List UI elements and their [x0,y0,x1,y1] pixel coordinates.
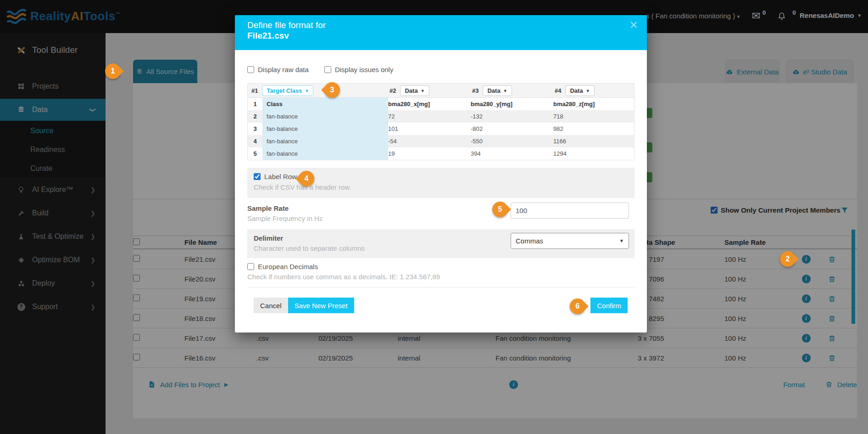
european-decimals-label: European Decimals [258,263,318,271]
display-raw-data-checkbox[interactable] [247,66,254,73]
annotation-badge-5: 5 [492,202,508,217]
annotation-badge-6: 6 [570,299,585,314]
label-row-checkbox[interactable] [254,173,261,180]
preview-row: 2 fan-balance 72 -132 718 [248,110,634,123]
delimiter-section: Delimiter Character used to separate col… [247,229,634,258]
european-decimals-checkbox[interactable] [247,263,254,270]
caret-down-icon: ▼ [503,89,507,93]
modal-title-line2: File21.csv [247,31,636,41]
close-icon[interactable]: × [629,17,638,33]
label-row-label: Label Row [264,173,297,180]
column-type-dropdown[interactable]: Data▼ [400,85,429,96]
annotation-badge-4: 4 [299,171,314,186]
column-2-group: #2 Data▼ [389,84,429,98]
annotation-badge-2: 2 [780,251,796,267]
display-options-row: Display raw data Display issues only [247,64,634,75]
cancel-button[interactable]: Cancel [254,298,288,313]
caret-down-icon: ▼ [586,89,590,93]
sample-rate-input[interactable] [511,203,629,219]
column-type-dropdown[interactable]: Data▼ [565,85,594,96]
european-decimals-section: European Decimals Check if numbers use c… [247,263,634,281]
save-new-preset-button[interactable]: Save New Preset [288,298,354,313]
preview-header-row: #1 Target Class▼ #2 Data▼ #3 Data▼ #4 Da… [248,84,634,98]
annotation-badge-1: 1 [105,63,121,79]
modal-title-line1: Define file format for [247,20,636,30]
confirm-button[interactable]: Confirm [590,298,628,313]
sample-rate-section: Sample Rate Sample Frequency in Hz [247,198,634,229]
preview-row: 4 fan-balance -54 -550 1166 [248,135,634,147]
preview-row: 3 fan-balance 101 -802 982 [248,123,634,135]
preview-row: 5 fan-balance 19 394 1294 [248,147,634,160]
caret-down-icon: ▼ [421,89,425,93]
csv-preview-table: #1 Target Class▼ #2 Data▼ #3 Data▼ #4 Da… [247,83,634,160]
preview-row: 1 Class bma280_x[mg] bma280_y[mg] bma280… [248,98,634,110]
european-decimals-hint: Check if numbers use commas as a decimal… [247,273,634,281]
delimiter-select[interactable]: Commas ▼ [511,233,629,249]
display-raw-data-label: Display raw data [258,66,309,73]
app-window: RealityAITools™ s ( Fan condition monito… [0,0,868,434]
caret-down-icon: ▼ [305,89,309,93]
column-1-group: #1 Target Class▼ [251,84,313,98]
column-4-group: #4 Data▼ [555,84,595,98]
define-file-format-modal: Define file format for File21.csv × Disp… [235,15,647,333]
footer-divider [247,287,634,287]
column-3-group: #3 Data▼ [472,84,512,98]
display-issues-only-label: Display issues only [335,66,394,73]
column-type-dropdown[interactable]: Data▼ [483,85,512,96]
caret-down-icon: ▼ [619,238,624,243]
modal-body: Display raw data Display issues only #1 … [235,64,647,332]
annotation-badge-3: 3 [324,82,340,98]
column-type-dropdown[interactable]: Target Class▼ [262,85,313,96]
modal-header: Define file format for File21.csv × [235,15,647,50]
display-issues-only-checkbox[interactable] [324,66,331,73]
